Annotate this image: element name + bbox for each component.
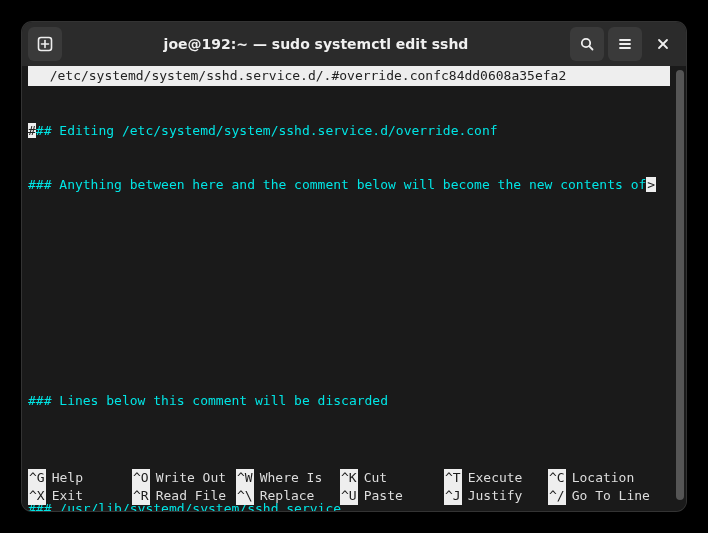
- help-item-justify[interactable]: ^JJustify: [444, 487, 548, 505]
- help-item-readfile[interactable]: ^RRead File: [132, 487, 236, 505]
- editor-content[interactable]: ### Editing /etc/systemd/system/sshd.ser…: [28, 86, 680, 511]
- help-item-cut[interactable]: ^KCut: [340, 469, 444, 487]
- help-key: ^O: [132, 469, 150, 487]
- help-key: ^T: [444, 469, 462, 487]
- window-title: joe@192:~ — sudo systemctl edit sshd: [66, 36, 566, 52]
- help-item-writeout[interactable]: ^OWrite Out: [132, 469, 236, 487]
- help-label: Execute: [468, 469, 523, 487]
- close-button[interactable]: [646, 27, 680, 61]
- help-label: Write Out: [156, 469, 226, 487]
- help-label: Read File: [156, 487, 226, 505]
- help-key: ^K: [340, 469, 358, 487]
- help-key: ^/: [548, 487, 566, 505]
- help-key: ^J: [444, 487, 462, 505]
- help-key: ^U: [340, 487, 358, 505]
- editor-line: [28, 284, 680, 302]
- scrollbar[interactable]: [676, 70, 684, 500]
- help-item-gotoline[interactable]: ^/Go To Line: [548, 487, 652, 505]
- svg-line-4: [589, 46, 592, 49]
- help-key: ^W: [236, 469, 254, 487]
- editor-line: [28, 446, 680, 464]
- help-key: ^\: [236, 487, 254, 505]
- help-item-location[interactable]: ^CLocation: [548, 469, 652, 487]
- help-row: ^GHelp ^OWrite Out ^WWhere Is ^KCut ^TEx…: [28, 469, 674, 487]
- help-label: Cut: [364, 469, 387, 487]
- editor-line: [28, 338, 680, 356]
- help-item-exit[interactable]: ^XExit: [28, 487, 132, 505]
- new-tab-button[interactable]: [28, 27, 62, 61]
- help-label: Exit: [52, 487, 83, 505]
- help-key: ^C: [548, 469, 566, 487]
- search-icon: [579, 36, 595, 52]
- editor-line: ### Anything between here and the commen…: [28, 177, 646, 192]
- terminal-window: joe@192:~ — sudo systemctl edit sshd /et…: [22, 22, 686, 511]
- help-item-help[interactable]: ^GHelp: [28, 469, 132, 487]
- help-label: Go To Line: [572, 487, 650, 505]
- nano-help-bar: ^GHelp ^OWrite Out ^WWhere Is ^KCut ^TEx…: [28, 469, 674, 505]
- help-item-replace[interactable]: ^\Replace: [236, 487, 340, 505]
- help-item-paste[interactable]: ^UPaste: [340, 487, 444, 505]
- line-truncation-indicator: >: [646, 177, 656, 192]
- editor-line: [28, 230, 680, 248]
- help-item-whereis[interactable]: ^WWhere Is: [236, 469, 340, 487]
- help-label: Help: [52, 469, 83, 487]
- help-key: ^G: [28, 469, 46, 487]
- help-item-execute[interactable]: ^TExecute: [444, 469, 548, 487]
- help-key: ^X: [28, 487, 46, 505]
- help-row: ^XExit ^RRead File ^\Replace ^UPaste ^JJ…: [28, 487, 674, 505]
- close-icon: [656, 37, 670, 51]
- terminal-area[interactable]: /etc/systemd/system/sshd.service.d/.#ove…: [22, 66, 686, 511]
- plus-in-square-icon: [37, 36, 53, 52]
- search-button[interactable]: [570, 27, 604, 61]
- cursor: #: [28, 123, 36, 138]
- help-label: Where Is: [260, 469, 323, 487]
- editor-line: ### Lines below this comment will be dis…: [28, 392, 680, 410]
- hamburger-icon: [617, 36, 633, 52]
- titlebar: joe@192:~ — sudo systemctl edit sshd: [22, 22, 686, 66]
- help-label: Paste: [364, 487, 403, 505]
- help-label: Replace: [260, 487, 315, 505]
- nano-titlebar: /etc/systemd/system/sshd.service.d/.#ove…: [28, 66, 670, 86]
- help-key: ^R: [132, 487, 150, 505]
- help-label: Justify: [468, 487, 523, 505]
- help-label: Location: [572, 469, 635, 487]
- editor-line: ## Editing /etc/systemd/system/sshd.serv…: [36, 123, 498, 138]
- menu-button[interactable]: [608, 27, 642, 61]
